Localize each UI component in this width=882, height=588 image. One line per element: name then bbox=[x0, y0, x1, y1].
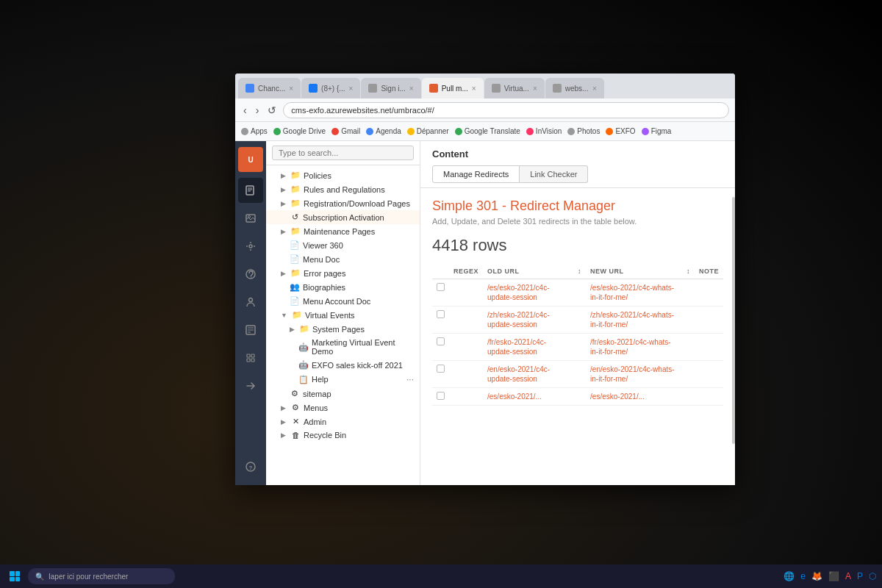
bookmark-icon bbox=[331, 128, 339, 135]
row-col-s2 bbox=[682, 306, 695, 334]
tab-link-checker[interactable]: Link Checker bbox=[520, 165, 588, 183]
table-row[interactable]: /fr/esko-2021/c4c-update-session /fr/esk… bbox=[432, 334, 723, 361]
tree-item-menudoc[interactable]: 📄 Menu Doc bbox=[266, 252, 420, 266]
app-icon-1[interactable]: ⬛ bbox=[828, 571, 839, 581]
tree-item-label: Menus bbox=[304, 404, 414, 412]
umbraco-logo[interactable]: U bbox=[238, 147, 263, 172]
row-old-url: /zh/esko-2021/c4c-update-session bbox=[487, 311, 550, 329]
bookmark-translate[interactable]: Google Translate bbox=[455, 127, 520, 135]
list-icon: 📋 bbox=[298, 375, 309, 384]
start-button[interactable] bbox=[6, 567, 24, 585]
table-row[interactable]: /zh/esko-2021/c4c-update-session /zh/esk… bbox=[432, 306, 723, 334]
tab-close-icon[interactable]: × bbox=[592, 85, 597, 93]
tab-close-icon[interactable]: × bbox=[409, 85, 414, 93]
tree-item-virtual-events[interactable]: ▼ 📁 Virtual Events bbox=[266, 308, 420, 322]
sidebar-content-icon[interactable] bbox=[238, 178, 263, 203]
svg-point-9 bbox=[251, 276, 252, 278]
tree-item-system-pages[interactable]: ▶ 📁 System Pages bbox=[266, 322, 420, 336]
sidebar-deploy-icon[interactable] bbox=[238, 373, 263, 398]
tree-item-rules[interactable]: ▶ 📁 Rules and Regulations bbox=[266, 182, 420, 196]
firefox-icon[interactable]: 🦊 bbox=[811, 571, 822, 581]
tab-webs[interactable]: webs... × bbox=[545, 78, 604, 98]
sidebar-packages-icon[interactable] bbox=[238, 345, 263, 370]
bookmark-apps[interactable]: Apps bbox=[241, 127, 268, 135]
tab-active[interactable]: Pull m... × bbox=[422, 78, 484, 98]
forward-button[interactable]: › bbox=[254, 104, 262, 116]
col-header-s1: ↕ bbox=[573, 264, 586, 279]
tree-item-maintenance[interactable]: ▶ 📁 Maintenance Pages bbox=[266, 224, 420, 238]
sidebar-dictionary-icon[interactable] bbox=[238, 318, 263, 343]
tree-item-error[interactable]: ▶ 📁 Error pages bbox=[266, 266, 420, 280]
tab-close-icon[interactable]: × bbox=[472, 85, 476, 93]
bookmark-figma[interactable]: Figma bbox=[642, 127, 672, 135]
tree-item-marketing-event[interactable]: 🤖 Marketing Virtual Event Demo bbox=[266, 336, 420, 358]
tab-close-icon[interactable]: × bbox=[349, 85, 354, 93]
tree-item-exfo-kickoff[interactable]: 🤖 EXFO sales kick-off 2021 bbox=[266, 358, 420, 372]
bookmark-icon bbox=[455, 128, 462, 135]
row-note bbox=[695, 334, 723, 361]
sidebar-settings-icon[interactable] bbox=[238, 234, 263, 259]
tree-item-subscription[interactable]: ↺ Subscription Activation bbox=[266, 210, 420, 224]
ie-icon[interactable]: 🌐 bbox=[784, 571, 795, 581]
row-checkbox[interactable] bbox=[437, 283, 445, 291]
sidebar-users-icon[interactable] bbox=[238, 290, 263, 315]
back-button[interactable]: ‹ bbox=[241, 104, 249, 116]
vscode-icon[interactable]: ⬡ bbox=[869, 571, 876, 581]
tab-favicon bbox=[429, 84, 438, 93]
bookmark-exfo[interactable]: EXFO bbox=[606, 127, 635, 135]
browser-window: Chanc... × (8+) {... × Sign i... × Pull … bbox=[235, 74, 735, 485]
tree-item-recycle[interactable]: ▶ 🗑 Recycle Bin bbox=[266, 429, 420, 442]
tab-chanc[interactable]: Chanc... × bbox=[238, 78, 301, 98]
sidebar-forms-icon[interactable] bbox=[238, 262, 263, 287]
tab-signin[interactable]: Sign i... × bbox=[361, 78, 420, 98]
folder-icon: 📁 bbox=[290, 226, 301, 236]
tree-search-input[interactable] bbox=[272, 146, 414, 160]
folder-icon: 📁 bbox=[292, 310, 302, 320]
bookmark-agenda[interactable]: Agenda bbox=[366, 127, 401, 135]
row-checkbox[interactable] bbox=[437, 365, 445, 373]
refresh-button[interactable]: ↺ bbox=[265, 104, 279, 116]
browser-content: U bbox=[235, 141, 735, 485]
tree-item-menu-account[interactable]: 📄 Menu Account Doc bbox=[266, 294, 420, 308]
chevron-icon: ▶ bbox=[281, 228, 286, 235]
folder-icon: 📁 bbox=[290, 171, 301, 180]
table-row[interactable]: /en/esko-2021/c4c-update-session /en/esk… bbox=[432, 361, 723, 388]
tree-item-menus[interactable]: ▶ ⚙ Menus bbox=[266, 401, 420, 415]
row-checkbox[interactable] bbox=[437, 337, 445, 345]
folder-icon: 📁 bbox=[290, 268, 301, 278]
edge-icon[interactable]: e bbox=[800, 571, 806, 581]
tab-virtual[interactable]: Virtua... × bbox=[484, 78, 545, 98]
bookmark-invision[interactable]: InVision bbox=[526, 127, 562, 135]
tab-facebook[interactable]: (8+) {... × bbox=[301, 78, 360, 98]
bookmark-gmail[interactable]: Gmail bbox=[331, 127, 360, 135]
app-icon-2[interactable]: A bbox=[845, 571, 851, 581]
tree-item-policies[interactable]: ▶ 📁 Policies bbox=[266, 168, 420, 182]
row-checkbox[interactable] bbox=[437, 310, 445, 318]
tree-item-sitemap[interactable]: ⚙ sitemap bbox=[266, 387, 420, 401]
col-header-regex: REGEX bbox=[449, 264, 483, 279]
taskbar-search[interactable]: 🔍 Iaper ici pour rechercher bbox=[28, 568, 175, 584]
row-checkbox[interactable] bbox=[437, 392, 445, 400]
tree-item-help[interactable]: 📋 Help ··· bbox=[266, 372, 420, 387]
tree-item-registration[interactable]: ▶ 📁 Registration/Download Pages bbox=[266, 196, 420, 210]
sidebar-help-icon[interactable]: ? bbox=[238, 454, 263, 479]
tab-close-icon[interactable]: × bbox=[289, 85, 293, 93]
tree-item-viewer360[interactable]: 📄 Viewer 360 bbox=[266, 238, 420, 252]
tree-item-label: sitemap bbox=[303, 390, 414, 398]
tab-close-icon[interactable]: × bbox=[533, 85, 537, 93]
bookmark-label: Apps bbox=[251, 127, 268, 135]
bookmark-gdrive[interactable]: Google Drive bbox=[273, 127, 326, 135]
laptop-screen: Chanc... × (8+) {... × Sign i... × Pull … bbox=[235, 74, 735, 485]
tree-item-admin[interactable]: ▶ ✕ Admin bbox=[266, 415, 420, 429]
tree-item-biographies[interactable]: 👥 Biographies bbox=[266, 280, 420, 294]
table-row[interactable]: /es/esko-2021/... /es/esko-2021/... bbox=[432, 388, 723, 406]
bookmark-photos[interactable]: Photos bbox=[567, 127, 600, 135]
more-options-icon[interactable]: ··· bbox=[406, 374, 414, 384]
table-row[interactable]: /es/esko-2021/c4c-update-session /es/esk… bbox=[432, 279, 723, 306]
tab-manage-redirects[interactable]: Manage Redirects bbox=[432, 165, 520, 183]
app-icon-3[interactable]: P bbox=[857, 571, 863, 581]
bookmark-depanner[interactable]: Dépanner bbox=[407, 127, 449, 135]
sidebar-media-icon[interactable] bbox=[238, 206, 263, 231]
address-input[interactable] bbox=[283, 102, 729, 118]
row-col-s2 bbox=[682, 361, 695, 388]
